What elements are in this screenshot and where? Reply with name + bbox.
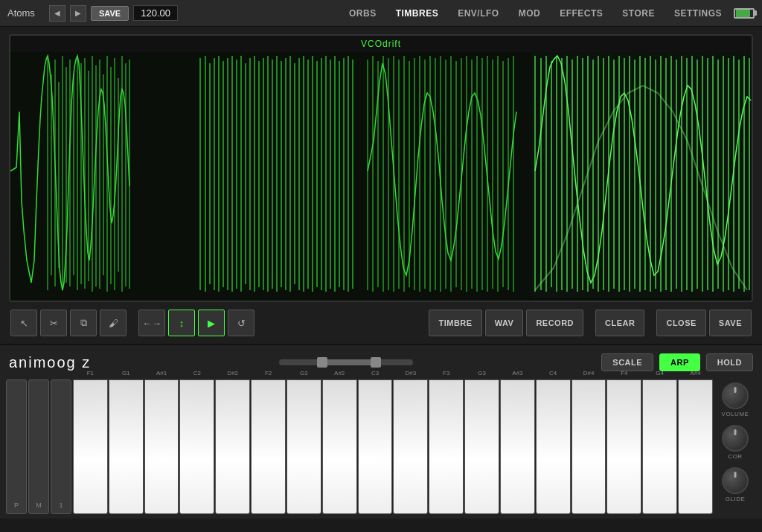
key-ds3[interactable]: D#3: [393, 379, 428, 514]
slider-right-thumb[interactable]: [371, 357, 381, 368]
p-key[interactable]: P: [6, 379, 27, 514]
cor-knob-label: COR: [728, 453, 742, 460]
1-key[interactable]: 1: [51, 379, 71, 514]
glide-knob[interactable]: [722, 467, 749, 494]
cor-knob[interactable]: [722, 425, 749, 452]
svg-rect-60: [356, 52, 364, 298]
key-c3[interactable]: C3: [358, 379, 393, 514]
arp-button[interactable]: ARP: [659, 353, 700, 371]
preset-name: Atoms: [7, 7, 45, 19]
draw-tool-button[interactable]: 🖌: [100, 310, 127, 336]
slider-range: [319, 359, 373, 365]
scale-button[interactable]: SCALE: [601, 353, 653, 371]
key-c2[interactable]: C2: [179, 379, 214, 514]
key-f1[interactable]: F1: [73, 379, 108, 514]
main-content: VCOdrift 1 2 3 4: [0, 27, 762, 344]
tab-orbs[interactable]: ORBS: [342, 5, 384, 22]
key-f4[interactable]: F4: [606, 379, 641, 514]
key-g4[interactable]: G4: [642, 379, 677, 514]
svg-rect-90: [524, 52, 531, 298]
select-tool-button[interactable]: ↖: [10, 310, 37, 336]
clear-button[interactable]: CLEAR: [595, 310, 644, 336]
volume-knob-container: VOLUME: [722, 382, 749, 417]
key-g1[interactable]: G1: [109, 379, 144, 514]
timbre-button[interactable]: TIMBRE: [429, 310, 481, 336]
slider-left-thumb[interactable]: [317, 357, 327, 368]
key-as1[interactable]: A#1: [144, 379, 179, 514]
cor-knob-container: COR: [722, 425, 749, 460]
tab-effects[interactable]: EFFECTS: [552, 5, 610, 22]
play-tool-button[interactable]: ▶: [198, 310, 225, 336]
tab-mod[interactable]: MOD: [511, 5, 548, 22]
scale-tool-button[interactable]: ↕: [168, 310, 195, 336]
volume-knob[interactable]: [722, 382, 749, 409]
save-button[interactable]: SAVE: [91, 6, 129, 21]
key-g2[interactable]: G2: [286, 379, 321, 514]
tab-envlfo[interactable]: ENV/LFO: [450, 5, 507, 22]
battery-icon: [734, 8, 755, 19]
volume-knob-label: VOLUME: [722, 411, 749, 417]
waveform-label: VCOdrift: [361, 39, 401, 49]
key-c4[interactable]: C4: [536, 379, 571, 514]
hold-button[interactable]: HOLD: [706, 353, 753, 371]
scissors-tool-button[interactable]: ✂: [40, 310, 67, 336]
toolbar: ↖ ✂ ⧉ 🖌 ←→ ↕ ▶ ↺ TIMBRE WAV RECORD CLEAR…: [9, 307, 753, 339]
key-as2[interactable]: A#2: [322, 379, 357, 514]
record-button[interactable]: RECORD: [526, 310, 583, 336]
glide-knob-container: GLIDE: [722, 467, 749, 502]
white-keys-row: F1 G1 A#1 C2 D#2: [73, 379, 713, 514]
tab-settings[interactable]: SETTINGS: [667, 5, 729, 22]
piano-keys: F1 G1 A#1 C2 D#2: [73, 379, 713, 514]
save-action-button[interactable]: SAVE: [709, 310, 752, 336]
key-f3[interactable]: F3: [429, 379, 464, 514]
close-button[interactable]: CLOSE: [656, 310, 705, 336]
key-ds4[interactable]: D#4: [572, 379, 606, 514]
waveform-svg: [10, 52, 752, 301]
keyboard-range-slider[interactable]: [279, 359, 413, 365]
stretch-tool-button[interactable]: ←→: [138, 310, 165, 336]
key-f2[interactable]: F2: [251, 379, 286, 514]
tab-store[interactable]: STORE: [615, 5, 662, 22]
wav-button[interactable]: WAV: [485, 310, 524, 336]
prev-preset-button[interactable]: ◀: [49, 5, 65, 22]
special-keys: P M 1: [6, 379, 71, 514]
copy-tool-button[interactable]: ⧉: [70, 310, 97, 336]
key-g3[interactable]: G3: [464, 379, 499, 514]
keyboard-controls: animoog z SCALE ARP HOLD: [0, 345, 762, 379]
key-ds2[interactable]: D#2: [215, 379, 250, 514]
tab-timbres[interactable]: TIMBRES: [388, 5, 446, 22]
m-key[interactable]: M: [28, 379, 49, 514]
glide-knob-label: GLIDE: [726, 496, 746, 502]
key-as4[interactable]: A#4: [678, 379, 713, 514]
bpm-display[interactable]: 120.00: [133, 5, 178, 21]
right-knobs: VOLUME COR GLIDE: [714, 379, 756, 514]
waveform-display[interactable]: VCOdrift 1 2 3 4: [9, 34, 753, 302]
loop-tool-button[interactable]: ↺: [228, 310, 254, 336]
app-name: animoog z: [9, 354, 91, 371]
key-as3[interactable]: A#3: [500, 379, 535, 514]
keyboard-area: P M 1 F1 G1 A#1 C2: [0, 379, 762, 519]
svg-rect-24: [185, 52, 196, 298]
next-preset-button[interactable]: ▶: [70, 5, 86, 22]
bottom-section: animoog z SCALE ARP HOLD P M 1 F1: [0, 344, 762, 519]
top-navigation: Atoms ◀ ▶ SAVE 120.00 ORBS TIMBRES ENV/L…: [0, 0, 762, 27]
